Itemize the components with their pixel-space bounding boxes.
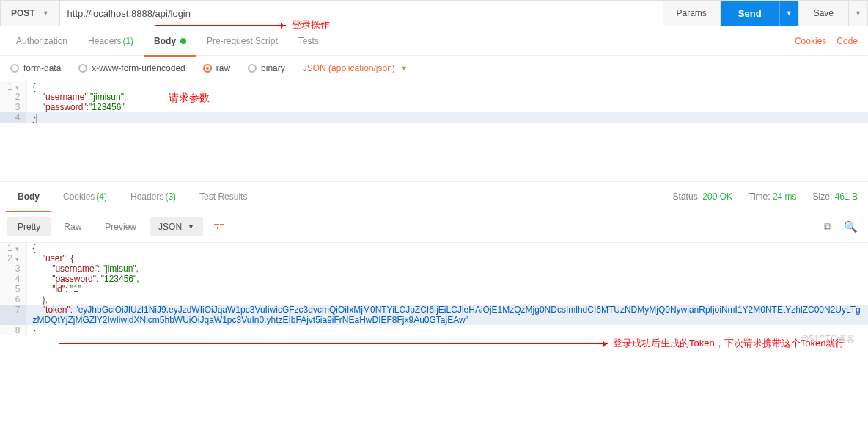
method-text: POST (11, 8, 35, 18)
request-body-editor[interactable]: 请求参数 1▼{ 2 "username":"jimisun", 3 "pass… (0, 81, 868, 123)
response-body-editor[interactable]: 1▼{ 2▼ "user": { 3 "username": "jimisun"… (0, 243, 868, 335)
radio-icon (78, 64, 87, 73)
arrow-icon (155, 25, 286, 26)
code-link[interactable]: Code (836, 36, 858, 46)
radio-raw[interactable]: raw (203, 63, 230, 73)
tab-tests[interactable]: Tests (288, 26, 329, 56)
radio-binary[interactable]: binary (248, 63, 285, 73)
raw-button[interactable]: Raw (54, 217, 92, 236)
save-button[interactable]: Save (798, 1, 848, 26)
response-status: Status: 200 OK Time: 24 ms Size: 461 B (673, 192, 858, 202)
save-button-group: Save ▼ (798, 1, 867, 26)
radio-urlencoded[interactable]: x-www-form-urlencoded (78, 63, 185, 73)
format-dropdown[interactable]: JSON▼ (150, 217, 203, 236)
resp-tab-headers[interactable]: Headers (3) (119, 182, 188, 211)
save-dropdown[interactable]: ▼ (848, 1, 867, 26)
resp-tab-tests[interactable]: Test Results (188, 182, 259, 211)
tab-body[interactable]: Body (144, 26, 196, 56)
request-right-links: Cookies Code (795, 36, 858, 46)
search-icon[interactable]: 🔍 (844, 220, 858, 233)
request-tabs: Authorization Headers (1) Body Pre-reque… (0, 26, 868, 56)
radio-icon (248, 64, 257, 73)
copy-icon[interactable]: ⧉ (824, 220, 832, 233)
tab-authorization[interactable]: Authorization (6, 26, 78, 56)
body-type-row: form-data x-www-form-urlencoded raw bina… (0, 56, 868, 81)
tab-prerequest[interactable]: Pre-request Script (196, 26, 288, 56)
preview-button[interactable]: Preview (95, 217, 147, 236)
chevron-down-icon: ▼ (786, 10, 792, 17)
send-button-group: Send ▼ (721, 1, 798, 26)
url-input[interactable] (60, 8, 663, 19)
unsaved-dot-icon (180, 38, 186, 44)
cookies-link[interactable]: Cookies (795, 36, 826, 46)
resp-tab-cookies[interactable]: Cookies (4) (51, 182, 119, 211)
radio-icon (10, 64, 19, 73)
send-dropdown[interactable]: ▼ (779, 1, 798, 26)
chevron-down-icon: ▼ (401, 65, 408, 72)
radio-form-data[interactable]: form-data (10, 63, 61, 73)
spacer (0, 123, 868, 182)
pretty-button[interactable]: Pretty (7, 217, 51, 236)
annotation-token: 登录成功后生成的Token，下次请求携带这个Token就行 (59, 337, 868, 350)
resp-tab-body[interactable]: Body (6, 182, 51, 211)
response-tabs: Body Cookies (4) Headers (3) Test Result… (0, 182, 868, 211)
http-method-dropdown[interactable]: POST ▼ (1, 1, 60, 26)
send-button[interactable]: Send (721, 1, 779, 26)
content-type-dropdown[interactable]: JSON (application/json)▼ (303, 63, 408, 73)
chevron-down-icon: ▼ (43, 10, 49, 17)
response-toolbar: Pretty Raw Preview JSON▼ ⮒ ⧉ 🔍 (0, 211, 868, 243)
tab-headers[interactable]: Headers (1) (78, 26, 144, 56)
request-bar: POST ▼ 登录操作 Params Send ▼ Save ▼ (0, 0, 868, 26)
chevron-down-icon: ▼ (855, 10, 861, 17)
wrap-lines-icon[interactable]: ⮒ (209, 216, 229, 238)
url-wrapper: 登录操作 (60, 1, 663, 26)
chevron-down-icon: ▼ (188, 223, 194, 230)
radio-icon (203, 64, 212, 73)
watermark: @51CTO博客 (800, 333, 855, 346)
arrow-icon (59, 343, 608, 344)
params-button[interactable]: Params (663, 1, 721, 26)
